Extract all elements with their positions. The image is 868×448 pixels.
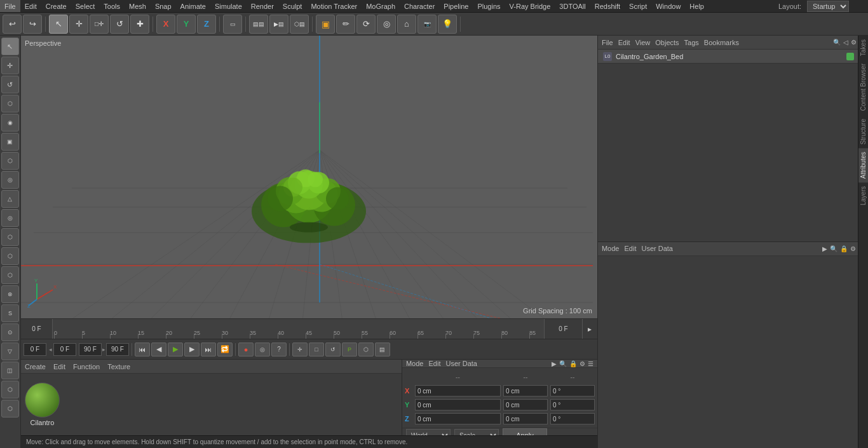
rb-icon-2[interactable]: 🔍 [830, 245, 837, 252]
tool-group8[interactable]: ⊙ [1, 323, 19, 341]
tool-poly-sel[interactable]: ⬡ [1, 152, 19, 170]
move-tool-button[interactable]: ✛ [69, 15, 88, 34]
rp-search-icon[interactable]: 🔍 [833, 39, 841, 46]
menu-mesh[interactable]: Mesh [125, 0, 151, 12]
render-region-button[interactable]: ▤▤ [249, 15, 268, 34]
frame-start-input[interactable] [24, 343, 46, 356]
tool-group6[interactable]: ⊗ [1, 285, 19, 303]
menu-select[interactable]: Select [71, 0, 100, 12]
pb-extra-1[interactable]: ✛ [292, 343, 308, 356]
tool-group12[interactable]: ⬡ [1, 400, 19, 417]
menu-3dtoall[interactable]: 3DTOAll [555, 0, 590, 12]
light-button[interactable]: 💡 [438, 15, 457, 34]
help-button[interactable]: ? [271, 343, 287, 356]
tool-group5[interactable]: ⬡ [1, 266, 19, 284]
rb-icon-1[interactable]: ▶ [822, 245, 827, 252]
z-axis-button[interactable]: Z [197, 15, 216, 34]
attr-x-scale[interactable] [503, 385, 548, 397]
mat-menu-texture[interactable]: Texture [107, 363, 130, 370]
menu-snap[interactable]: Snap [151, 0, 176, 12]
frame-preview-end-input[interactable] [79, 343, 102, 356]
timeline-ruler[interactable]: 0 5 10 15 20 25 30 35 40 45 50 [53, 319, 544, 339]
render-button[interactable]: ⬡▤ [290, 15, 309, 34]
attr-x-rot[interactable] [550, 385, 595, 397]
next-frame-button[interactable]: ▶ [184, 343, 200, 356]
prev-frame-button[interactable]: ◀ [151, 343, 166, 356]
menu-tools[interactable]: Tools [99, 0, 125, 12]
menu-sculpt[interactable]: Sculpt [278, 0, 307, 12]
menu-motion-tracker[interactable]: Motion Tracker [306, 0, 362, 12]
pen-button[interactable]: ✏ [336, 15, 355, 34]
timeline-section[interactable]: 0 F 0 5 10 15 20 25 30 35 [21, 318, 597, 339]
mat-menu-create[interactable]: Create [25, 363, 46, 370]
deformer-button[interactable]: ⌂ [397, 15, 416, 34]
pb-extra-3[interactable]: ↺ [325, 343, 341, 356]
tool-select[interactable]: ↖ [1, 37, 19, 55]
tool-move[interactable]: ✛ [1, 57, 19, 74]
y-axis-button[interactable]: Y [177, 15, 196, 34]
viewport[interactable]: View Cameras Display Options Filter Pane… [21, 36, 597, 318]
tool-free-sel[interactable]: ◎ [1, 171, 19, 189]
play-button[interactable]: ▶ [168, 343, 183, 356]
rp-menu-objects[interactable]: Objects [655, 39, 679, 46]
tool-rect-sel[interactable]: ▣ [1, 133, 19, 151]
rp-menu-bookmarks[interactable]: Bookmarks [704, 39, 739, 46]
layout-select[interactable]: Startup [807, 1, 849, 12]
menu-vray[interactable]: V-Ray Bridge [505, 0, 555, 12]
rb-menu-mode[interactable]: Mode [602, 245, 620, 252]
tool-group11[interactable]: ⬡ [1, 381, 19, 398]
scale-tool-button[interactable]: □✛ [90, 15, 109, 34]
tool-group2[interactable]: ◎ [1, 209, 19, 227]
menu-window[interactable]: Window [651, 0, 685, 12]
attr-y-pos[interactable] [415, 399, 501, 411]
menu-character[interactable]: Character [400, 0, 439, 12]
tool-rotate[interactable]: ↺ [1, 76, 19, 93]
x-axis-button[interactable]: X [156, 15, 175, 34]
frame-current-input[interactable] [53, 343, 76, 356]
attr-menu-mode[interactable]: Mode [406, 360, 424, 367]
tool-group1[interactable]: △ [1, 190, 19, 208]
mat-menu-function[interactable]: Function [73, 363, 100, 370]
tool-live-sel[interactable]: ◉ [1, 114, 19, 132]
cube-button[interactable]: ▣ [316, 15, 335, 34]
menu-animate[interactable]: Animate [176, 0, 210, 12]
go-start-button[interactable]: ⏮ [135, 343, 150, 356]
vtab-content[interactable]: Content Browser [858, 60, 868, 114]
vtab-takes[interactable]: Takes [858, 36, 868, 60]
vtab-attributes[interactable]: Attributes [858, 148, 868, 182]
vtab-layers[interactable]: Layers [858, 182, 868, 209]
tool-group3[interactable]: ⬡ [1, 228, 19, 246]
vtab-structure[interactable]: Structure [858, 115, 868, 149]
menu-edit[interactable]: Edit [20, 0, 41, 12]
attr-menu-userdata[interactable]: User Data [445, 360, 477, 367]
rb-menu-edit[interactable]: Edit [624, 245, 636, 252]
attr-icon-1[interactable]: ▶ [552, 360, 557, 367]
attr-icon-5[interactable]: ☰ [588, 360, 593, 367]
object-row[interactable]: L0 Cilantro_Garden_Bed ✕ [598, 50, 868, 64]
attr-menu-edit[interactable]: Edit [428, 360, 440, 367]
rotate-tool-button[interactable]: ↺ [110, 15, 129, 34]
attr-icon-4[interactable]: ⚙ [580, 360, 585, 367]
attr-x-pos[interactable] [415, 385, 501, 397]
rb-icon-3[interactable]: 🔒 [840, 245, 848, 252]
rp-menu-view[interactable]: View [635, 39, 651, 46]
record-button[interactable]: ● [238, 343, 254, 356]
material-item[interactable]: Cilantro [25, 383, 60, 426]
go-end-button[interactable]: ⏭ [201, 343, 216, 356]
menu-create[interactable]: Create [41, 0, 71, 12]
object-color-swatch[interactable] [846, 53, 854, 60]
attr-y-scale[interactable] [503, 399, 548, 411]
tool-group9[interactable]: ▽ [1, 343, 19, 360]
pb-extra-2[interactable]: □ [309, 343, 324, 356]
rp-menu-tags[interactable]: Tags [684, 39, 699, 46]
select-tool-button[interactable]: ↖ [49, 15, 68, 34]
menu-script[interactable]: Script [625, 0, 651, 12]
tool-group4[interactable]: ⬡ [1, 247, 19, 265]
attr-z-scale[interactable] [503, 413, 548, 424]
attr-z-rot[interactable] [550, 413, 595, 424]
rp-back-icon[interactable]: ◁ [843, 39, 848, 46]
rb-menu-userdata[interactable]: User Data [641, 245, 673, 252]
attr-icon-2[interactable]: 🔍 [559, 360, 567, 367]
undo-button[interactable]: ↩ [3, 15, 22, 34]
redo-button[interactable]: ↪ [23, 15, 42, 34]
